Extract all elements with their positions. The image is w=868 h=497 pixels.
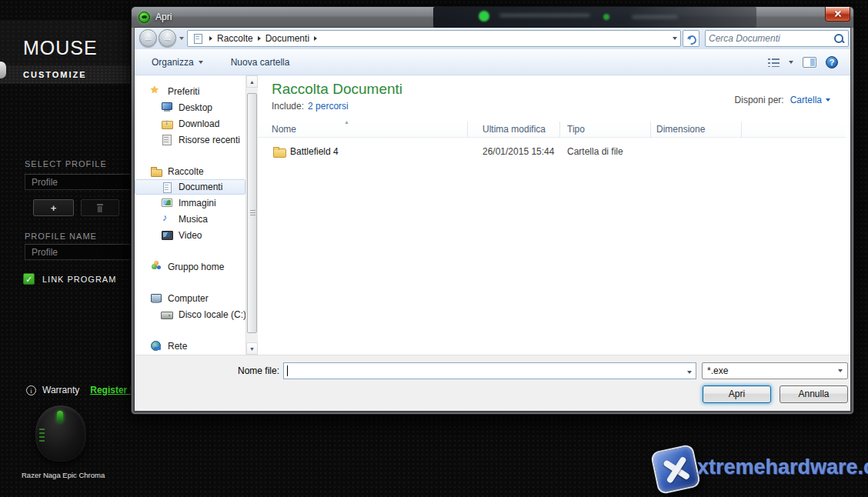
include-locations-link[interactable]: 2 percorsi [308, 101, 349, 112]
search-icon[interactable] [833, 33, 845, 45]
column-separator[interactable] [650, 122, 651, 138]
sidebar-item-label: Musica [179, 214, 208, 225]
breadcrumb[interactable]: Raccolte Documenti [187, 30, 681, 47]
arrange-value[interactable]: Cartella [790, 95, 822, 105]
open-button[interactable]: Apri [703, 385, 771, 403]
column-header-ultima-modifica[interactable]: Ultima modifica [482, 124, 546, 135]
breadcrumb-arrow-icon[interactable] [258, 36, 261, 41]
cancel-button[interactable]: Annulla [780, 385, 848, 403]
preview-pane-icon[interactable] [803, 57, 816, 68]
help-icon[interactable] [826, 56, 838, 68]
open-dialog: Apri Raccolte Documenti [131, 6, 854, 415]
panel-title: MOUSE [23, 37, 98, 59]
breadcrumb-item-raccolte[interactable]: Raccolte [217, 33, 253, 44]
column-separator[interactable] [741, 122, 742, 138]
xtremehardware-watermark: xtremehardware.com [697, 455, 868, 479]
sidebar-item-label: Gruppo home [168, 262, 224, 272]
breadcrumb-arrow-icon[interactable] [209, 36, 212, 41]
sidebar-item-documenti-selected[interactable]: Documenti [135, 179, 245, 195]
chevron-down-icon [838, 369, 843, 372]
scroll-up-icon[interactable]: ▲ [246, 75, 258, 88]
dialog-content: Preferiti Desktop Download Risorse recen… [135, 75, 850, 355]
add-profile-button[interactable]: + [33, 199, 74, 216]
profile-select[interactable]: Profile [25, 174, 137, 190]
sidebar-item-video[interactable]: Video [135, 227, 245, 243]
column-separator[interactable] [467, 122, 468, 138]
recent-places-icon [161, 134, 173, 145]
arrange-by[interactable]: Disponi per: Cartella [735, 95, 830, 105]
include-label: Include: [272, 101, 304, 112]
sidebar-item-label: Immagini [179, 198, 216, 208]
sidebar-item-desktop[interactable]: Desktop [135, 99, 245, 115]
breadcrumb-arrow-icon[interactable] [314, 36, 317, 41]
sidebar-item-disco-locale[interactable]: Disco locale (C:) [135, 306, 245, 322]
screen: MOUSE CUSTOMIZE SELECT PROFILE Profile +… [0, 0, 868, 497]
tab-customize[interactable]: CUSTOMIZE [0, 65, 131, 84]
device-name: Razer Naga Epic Chroma [22, 471, 105, 479]
link-program-checkbox[interactable]: ✓ [23, 273, 35, 285]
arrange-label: Disponi per: [735, 95, 784, 105]
sidebar-scrollbar[interactable]: ▲ ▼ [245, 75, 258, 355]
sidebar-item-gruppo-home[interactable]: Gruppo home [135, 259, 245, 275]
dialog-title: Apri [155, 7, 172, 27]
column-header-tipo[interactable]: Tipo [567, 124, 585, 135]
navigation-bar: Raccolte Documenti [135, 28, 850, 49]
hard-drive-icon [161, 309, 173, 320]
dialog-body: Raccolte Documenti Organizz [135, 28, 850, 411]
address-dropdown-icon[interactable] [673, 37, 677, 40]
command-toolbar: Organizza Nuova cartella [135, 49, 850, 75]
delete-profile-button[interactable] [81, 199, 119, 216]
warranty-label[interactable]: Warranty [42, 385, 79, 395]
filename-input[interactable] [288, 365, 683, 376]
info-icon [26, 385, 36, 395]
sidebar-item-preferiti[interactable]: Preferiti [135, 83, 245, 99]
chevron-down-icon [199, 61, 203, 64]
sidebar-item-musica[interactable]: Musica [135, 211, 245, 227]
sidebar-item-download[interactable]: Download [135, 115, 245, 132]
register-link[interactable]: Register ! [90, 385, 132, 395]
change-view-icon[interactable] [768, 58, 780, 67]
library-title: Raccolta Documenti [272, 81, 402, 98]
forward-button[interactable] [159, 29, 176, 47]
breadcrumb-item-documenti[interactable]: Documenti [265, 33, 309, 44]
view-dropdown-icon[interactable] [789, 61, 793, 64]
chevron-down-icon [687, 371, 692, 374]
refresh-button[interactable] [683, 30, 699, 47]
filename-combobox [283, 362, 696, 379]
sidebar-item-raccolte[interactable]: Raccolte [135, 163, 245, 179]
filetype-dropdown[interactable]: *.exe [702, 362, 848, 379]
file-name[interactable]: Battlefield 4 [290, 146, 339, 157]
column-separator[interactable] [559, 122, 560, 138]
close-button[interactable] [825, 7, 850, 22]
scrollbar-thumb[interactable] [247, 93, 257, 333]
back-button[interactable] [139, 29, 157, 47]
new-folder-label: Nuova cartella [231, 57, 290, 68]
sidebar-item-risorse-recenti[interactable]: Risorse recenti [135, 132, 245, 148]
filename-dropdown-icon[interactable] [683, 365, 696, 376]
search-input[interactable] [709, 33, 833, 44]
dialog-titlebar[interactable]: Apri [132, 7, 853, 28]
profile-name-input[interactable]: Profile [25, 244, 137, 260]
column-header-nome[interactable]: Nome [272, 124, 296, 135]
history-dropdown-icon[interactable] [179, 37, 184, 40]
download-folder-icon [161, 118, 173, 129]
xtremehardware-logo-icon [650, 444, 701, 495]
tab-notch [0, 62, 6, 78]
organize-button[interactable]: Organizza [144, 53, 211, 72]
picture-icon [161, 197, 173, 208]
folder-icon [273, 145, 285, 157]
blurred-text-blob [632, 15, 678, 18]
scroll-down-icon[interactable]: ▼ [246, 342, 258, 355]
sidebar-item-immagini[interactable]: Immagini [135, 195, 245, 211]
chevron-down-icon [826, 98, 830, 102]
sidebar-item-label: Video [179, 230, 202, 241]
column-header-dimensione[interactable]: Dimensione [656, 124, 705, 135]
status-dot-green [479, 11, 489, 22]
table-row[interactable]: Battlefield 4 26/01/2015 15:44 Cartella … [258, 142, 846, 161]
sidebar-item-rete[interactable]: Rete [135, 338, 245, 354]
new-folder-button[interactable]: Nuova cartella [223, 53, 298, 72]
sidebar-item-computer[interactable]: Computer [135, 290, 245, 306]
sidebar-item-label: Rete [168, 341, 187, 352]
libraries-folder-icon [150, 165, 162, 177]
file-modified: 26/01/2015 15:44 [482, 146, 554, 157]
